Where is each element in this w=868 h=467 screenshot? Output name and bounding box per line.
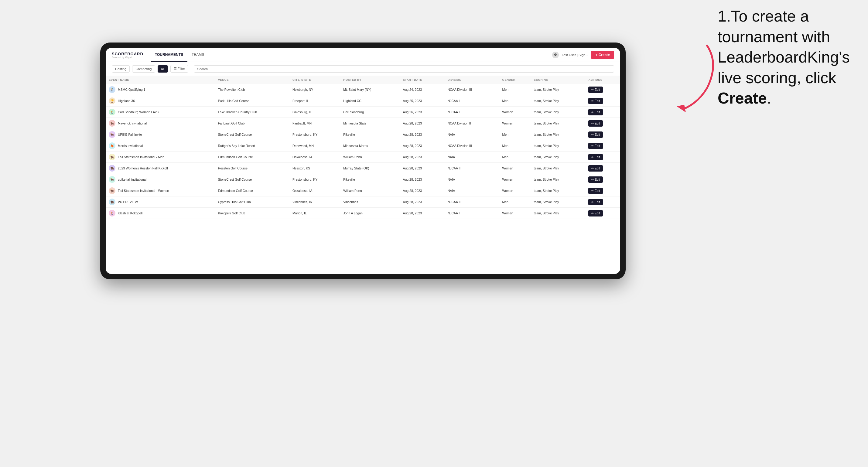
event-icon: 🏌 bbox=[109, 210, 116, 217]
table-row: 🏌 MSMC Qualifying 1 The Powelton Club Ne… bbox=[106, 84, 620, 95]
edit-button[interactable]: ✏ Edit bbox=[588, 154, 603, 160]
table-row: 🦊 Morris Invitational Ruttger's Bay Lake… bbox=[106, 140, 620, 152]
annotation-line2: tournament with bbox=[718, 28, 830, 45]
logo-sub: Powered by Clippd bbox=[112, 56, 143, 58]
cell-actions: ✏ Edit bbox=[585, 174, 620, 185]
all-filter[interactable]: All bbox=[158, 65, 168, 72]
edit-button[interactable]: ✏ Edit bbox=[588, 98, 603, 104]
table-row: 🐂 UPIKE Fall Invite StoneCrest Golf Cour… bbox=[106, 129, 620, 140]
edit-button[interactable]: ✏ Edit bbox=[588, 165, 603, 172]
cell-scoring: team, Stroke Play bbox=[531, 95, 586, 106]
cell-hosted: William Penn bbox=[340, 185, 400, 196]
nav-teams[interactable]: TEAMS bbox=[187, 48, 208, 62]
cell-division: NJCAA II bbox=[445, 196, 499, 208]
col-header-date: START DATE bbox=[400, 75, 445, 84]
col-header-gender: GENDER bbox=[499, 75, 531, 84]
event-icon: 🐂 bbox=[109, 131, 116, 138]
edit-button[interactable]: ✏ Edit bbox=[588, 177, 603, 183]
nav-tournaments[interactable]: TOURNAMENTS bbox=[151, 48, 187, 62]
cell-actions: ✏ Edit bbox=[585, 196, 620, 208]
table-row: 🏆 Highland 36 Park Hills Golf Course Fre… bbox=[106, 95, 620, 106]
gear-icon[interactable]: ⚙ bbox=[552, 52, 559, 58]
competing-filter[interactable]: Competing bbox=[132, 65, 155, 72]
cell-scoring: team, Stroke Play bbox=[531, 174, 586, 185]
cell-date: Aug 28, 2023 bbox=[400, 129, 445, 140]
event-icon: 🏆 bbox=[109, 97, 116, 104]
cell-venue: Lake Bracken Country Club bbox=[215, 106, 289, 118]
event-name: UPIKE Fall Invite bbox=[118, 133, 142, 136]
cell-event: 🏆 Highland 36 bbox=[106, 95, 215, 106]
edit-button[interactable]: ✏ Edit bbox=[588, 131, 603, 138]
cell-venue: Park Hills Golf Course bbox=[215, 95, 289, 106]
cell-scoring: team, Stroke Play bbox=[531, 196, 586, 208]
event-name: Maverick Invitational bbox=[118, 121, 147, 125]
event-name: upike fall invitational bbox=[118, 178, 146, 181]
cell-division: NAIA bbox=[445, 174, 499, 185]
cell-date: Aug 28, 2023 bbox=[400, 174, 445, 185]
table-row: 🦬 2023 Women's Hesston Fall Kickoff Hess… bbox=[106, 163, 620, 174]
cell-actions: ✏ Edit bbox=[585, 140, 620, 152]
cell-event: 🐂 Fall Statesmen Invitational - Men bbox=[106, 152, 215, 163]
hosting-filter[interactable]: Hosting bbox=[112, 65, 130, 72]
annotation-text: 1.To create a tournament with Leaderboar… bbox=[718, 6, 850, 109]
cell-actions: ✏ Edit bbox=[585, 129, 620, 140]
cell-city: Faribault, MN bbox=[289, 118, 340, 129]
annotation-period: . bbox=[767, 89, 771, 107]
cell-event: 🐂 UPIKE Fall Invite bbox=[106, 129, 215, 140]
event-icon: 🏌 bbox=[109, 86, 116, 93]
cell-actions: ✏ Edit bbox=[585, 208, 620, 219]
cell-venue: Ruttger's Bay Lake Resort bbox=[215, 140, 289, 152]
cell-scoring: team, Stroke Play bbox=[531, 163, 586, 174]
tournaments-table: EVENT NAME VENUE CITY, STATE HOSTED BY S… bbox=[106, 75, 620, 219]
cell-hosted: William Penn bbox=[340, 152, 400, 163]
cell-date: Aug 28, 2023 bbox=[400, 118, 445, 129]
cell-venue: The Powelton Club bbox=[215, 84, 289, 95]
cell-actions: ✏ Edit bbox=[585, 84, 620, 95]
edit-button[interactable]: ✏ Edit bbox=[588, 87, 603, 93]
cell-gender: Men bbox=[499, 84, 531, 95]
cell-actions: ✏ Edit bbox=[585, 163, 620, 174]
cell-division: NAIA bbox=[445, 152, 499, 163]
cell-hosted: Mt. Saint Mary (NY) bbox=[340, 84, 400, 95]
search-input[interactable] bbox=[194, 65, 614, 72]
edit-button[interactable]: ✏ Edit bbox=[588, 188, 603, 194]
cell-hosted: Carl Sandburg bbox=[340, 106, 400, 118]
table-row: 🏌 Klash at Kokopelli Kokopelli Golf Club… bbox=[106, 208, 620, 219]
cell-event: 🐂 Fall Statesmen Invitational - Women bbox=[106, 185, 215, 196]
cell-city: Hesston, KS bbox=[289, 163, 340, 174]
cell-city: Oskaloosa, IA bbox=[289, 185, 340, 196]
nav-bar: SCOREBOARD Powered by Clippd TOURNAMENTS… bbox=[106, 48, 620, 62]
svg-marker-0 bbox=[677, 105, 686, 112]
cell-date: Aug 24, 2023 bbox=[400, 84, 445, 95]
cell-date: Aug 28, 2023 bbox=[400, 185, 445, 196]
cell-actions: ✏ Edit bbox=[585, 95, 620, 106]
edit-button[interactable]: ✏ Edit bbox=[588, 109, 603, 115]
cell-division: NCAA Division II bbox=[445, 118, 499, 129]
create-button[interactable]: + Create bbox=[591, 51, 614, 59]
cell-date: Aug 28, 2023 bbox=[400, 208, 445, 219]
cell-division: NJCAA I bbox=[445, 208, 499, 219]
cell-venue: Kokopelli Golf Club bbox=[215, 208, 289, 219]
event-name: Morris Invitational bbox=[118, 144, 143, 148]
cell-event: 🦬 VU PREVIEW bbox=[106, 196, 215, 208]
cell-actions: ✏ Edit bbox=[585, 185, 620, 196]
event-name: MSMC Qualifying 1 bbox=[118, 88, 145, 91]
cell-hosted: Murray State (OK) bbox=[340, 163, 400, 174]
col-header-scoring: SCORING bbox=[531, 75, 586, 84]
cell-scoring: team, Stroke Play bbox=[531, 84, 586, 95]
filter-button[interactable]: ☰ Filter bbox=[170, 65, 189, 72]
cell-hosted: Highland CC bbox=[340, 95, 400, 106]
cell-gender: Women bbox=[499, 208, 531, 219]
edit-button[interactable]: ✏ Edit bbox=[588, 210, 603, 217]
edit-button[interactable]: ✏ Edit bbox=[588, 120, 603, 127]
cell-actions: ✏ Edit bbox=[585, 152, 620, 163]
cell-scoring: team, Stroke Play bbox=[531, 129, 586, 140]
col-header-division: DIVISION bbox=[445, 75, 499, 84]
cell-division: NJCAA II bbox=[445, 163, 499, 174]
edit-button[interactable]: ✏ Edit bbox=[588, 199, 603, 205]
event-icon: 🐂 bbox=[109, 120, 116, 127]
cell-scoring: team, Stroke Play bbox=[531, 106, 586, 118]
edit-button[interactable]: ✏ Edit bbox=[588, 143, 603, 149]
logo-text: SCOREBOARD bbox=[112, 52, 143, 56]
cell-actions: ✏ Edit bbox=[585, 106, 620, 118]
